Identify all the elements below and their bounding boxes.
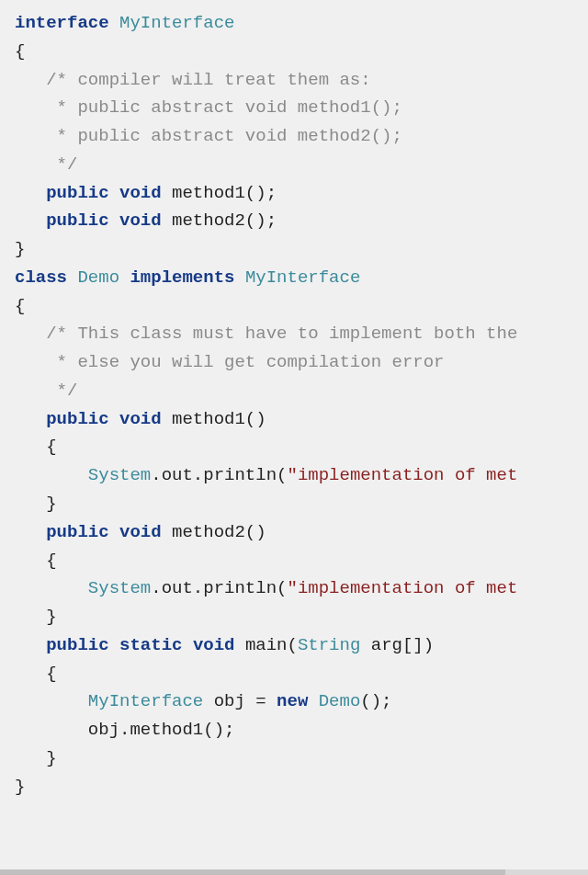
- code-line: }: [15, 748, 57, 768]
- keyword-void: void: [119, 522, 162, 542]
- method-decl: method1();: [162, 183, 277, 203]
- brace: }: [46, 494, 56, 514]
- code-line: obj.method1();: [15, 720, 234, 740]
- comment: */: [46, 381, 77, 401]
- code-line: public void method1(): [15, 409, 266, 429]
- comment: /* compiler will treat them as:: [46, 70, 370, 90]
- code-line: {: [15, 664, 57, 684]
- brace: }: [46, 607, 56, 627]
- keyword-void: void: [119, 183, 162, 203]
- code-line: public void method2(): [15, 522, 266, 542]
- type-myinterface: MyInterface: [245, 267, 360, 288]
- type-myinterface: MyInterface: [119, 13, 234, 33]
- method-decl: method1(): [162, 409, 266, 429]
- brace: }: [15, 239, 25, 259]
- keyword-interface: interface: [15, 13, 109, 33]
- code-line: }: [15, 239, 25, 259]
- code-line: System.out.println("implementation of me…: [15, 578, 517, 598]
- ctor-call: ();: [360, 691, 391, 711]
- code-line: class Demo implements MyInterface: [15, 267, 360, 288]
- keyword-public: public: [46, 522, 108, 542]
- code-line: MyInterface obj = new Demo();: [15, 691, 392, 711]
- keyword-static: static: [119, 635, 182, 655]
- keyword-public: public: [46, 635, 108, 655]
- keyword-void: void: [193, 635, 235, 655]
- keyword-public: public: [46, 409, 108, 429]
- comment: * public abstract void method1();: [46, 97, 402, 118]
- code-line: }: [15, 777, 25, 797]
- var-decl: obj =: [203, 691, 277, 711]
- brace: }: [15, 777, 25, 797]
- code-line: System.out.println("implementation of me…: [15, 465, 517, 485]
- keyword-void: void: [119, 210, 162, 231]
- type-myinterface: MyInterface: [88, 691, 203, 711]
- keyword-new: new: [277, 691, 308, 711]
- code-line: interface MyInterface: [15, 13, 234, 33]
- scrollbar-thumb[interactable]: [0, 869, 505, 875]
- code-line: public void method2();: [15, 210, 277, 231]
- type-system: System: [88, 465, 151, 485]
- method-decl: method2(): [162, 522, 266, 542]
- brace: {: [15, 296, 25, 316]
- code-line: * else you will get compilation error: [15, 352, 445, 372]
- method-decl: method2();: [162, 210, 277, 231]
- brace: {: [15, 41, 25, 62]
- type-demo: Demo: [308, 691, 360, 711]
- method-call: .out.println(: [151, 465, 287, 485]
- code-line: * public abstract void method1();: [15, 97, 402, 118]
- code-line: /* This class must have to implement bot…: [15, 324, 528, 344]
- keyword-public: public: [46, 183, 108, 203]
- type-string: String: [298, 635, 360, 655]
- keyword-implements: implements: [130, 267, 234, 288]
- code-line: {: [15, 41, 25, 62]
- code-line: {: [15, 551, 57, 571]
- method-call: .out.println(: [151, 578, 287, 598]
- method-main: main(: [234, 635, 297, 655]
- type-demo: Demo: [77, 267, 119, 288]
- comment: */: [46, 154, 77, 175]
- param: arg[]): [360, 635, 434, 655]
- keyword-public: public: [46, 210, 108, 231]
- code-line: }: [15, 494, 57, 514]
- brace: {: [46, 437, 56, 457]
- string-literal: "implementation of met: [287, 578, 517, 598]
- code-line: */: [15, 154, 77, 175]
- brace: {: [46, 551, 56, 571]
- code-line: }: [15, 607, 57, 627]
- code-line: * public abstract void method2();: [15, 126, 402, 146]
- brace: }: [46, 748, 56, 768]
- stmt: obj.method1();: [88, 720, 235, 740]
- code-line: public void method1();: [15, 183, 277, 203]
- comment: /* This class must have to implement bot…: [46, 324, 528, 344]
- comment: * public abstract void method2();: [46, 126, 402, 146]
- keyword-void: void: [119, 409, 162, 429]
- code-block: interface MyInterface { /* compiler will…: [15, 9, 588, 801]
- code-line: {: [15, 437, 57, 457]
- string-literal: "implementation of met: [287, 465, 517, 485]
- brace: {: [46, 664, 56, 684]
- code-line: /* compiler will treat them as:: [15, 70, 371, 90]
- code-line: public static void main(String arg[]): [15, 635, 434, 655]
- horizontal-scrollbar[interactable]: [0, 869, 588, 875]
- type-system: System: [88, 578, 151, 598]
- keyword-class: class: [15, 267, 67, 288]
- code-line: {: [15, 296, 25, 316]
- comment: * else you will get compilation error: [46, 352, 444, 372]
- code-line: */: [15, 381, 77, 401]
